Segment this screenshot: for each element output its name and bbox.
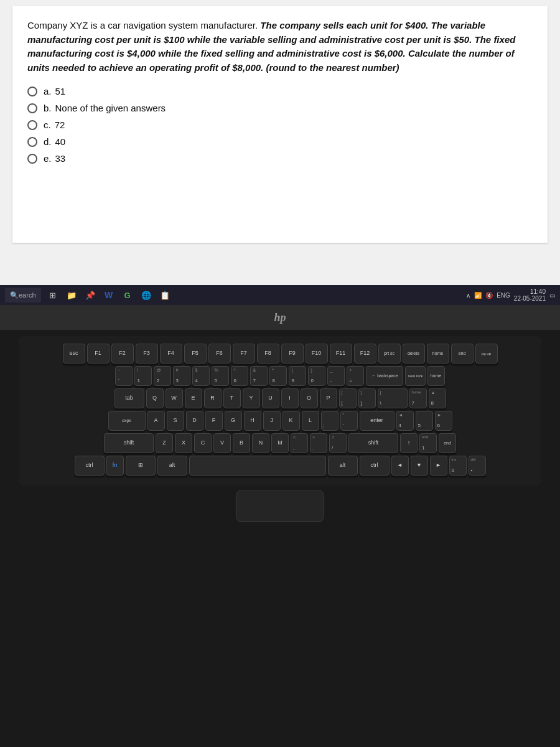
key-f7[interactable]: F7: [233, 344, 255, 364]
key-t[interactable]: T: [223, 388, 241, 408]
key-m[interactable]: M: [271, 433, 289, 453]
key-z[interactable]: Z: [156, 433, 173, 453]
key-rbracket[interactable]: }]: [358, 388, 376, 408]
key-backslash[interactable]: |\: [378, 388, 408, 408]
key-1[interactable]: !1: [134, 366, 152, 386]
key-lbracket[interactable]: {[: [339, 388, 357, 408]
key-f3[interactable]: F3: [136, 344, 158, 364]
option-b[interactable]: b. None of the given answers: [27, 103, 533, 113]
key-num6[interactable]: ►6: [435, 411, 452, 431]
key-0[interactable]: )0: [308, 366, 325, 386]
key-numdot[interactable]: del•: [469, 456, 486, 476]
key-6[interactable]: ^6: [231, 366, 248, 386]
key-f12[interactable]: F12: [354, 344, 376, 364]
option-c[interactable]: c. 72: [27, 120, 533, 130]
key-a[interactable]: A: [147, 411, 165, 431]
key-space[interactable]: [189, 456, 326, 476]
key-l[interactable]: L: [302, 411, 319, 431]
key-8[interactable]: *8: [269, 366, 287, 386]
key-f1[interactable]: F1: [87, 344, 110, 364]
key-delete[interactable]: delete: [403, 344, 425, 364]
radio-d[interactable]: [27, 137, 37, 147]
key-backtick[interactable]: ~`: [115, 366, 133, 386]
key-prtsc[interactable]: prt sc: [378, 344, 401, 364]
key-4[interactable]: $4: [192, 366, 210, 386]
key-f6[interactable]: F6: [208, 344, 231, 364]
key-ralt[interactable]: alt: [328, 456, 358, 476]
key-equal[interactable]: +=: [347, 366, 364, 386]
taskbar-icon-word[interactable]: W: [101, 287, 117, 303]
key-3[interactable]: #3: [173, 366, 190, 386]
key-lshift[interactable]: shift: [104, 433, 154, 453]
key-x[interactable]: X: [175, 433, 192, 453]
key-right-arrow[interactable]: ►: [430, 456, 447, 476]
key-enter[interactable]: enter: [360, 411, 394, 431]
key-minus[interactable]: _-: [327, 366, 345, 386]
key-f11[interactable]: F11: [330, 344, 352, 364]
key-num1[interactable]: end1: [419, 433, 437, 453]
key-j[interactable]: J: [263, 411, 281, 431]
key-s[interactable]: S: [167, 411, 184, 431]
key-q[interactable]: Q: [146, 388, 164, 408]
key-h[interactable]: H: [244, 411, 261, 431]
key-f10[interactable]: F10: [306, 344, 328, 364]
key-num8[interactable]: ▲8: [429, 388, 446, 408]
taskbar-icon-app1[interactable]: 📋: [157, 287, 173, 303]
key-num5[interactable]: 5: [416, 411, 433, 431]
key-e[interactable]: E: [185, 388, 202, 408]
key-caps[interactable]: caps: [108, 411, 146, 431]
key-quote[interactable]: "': [340, 411, 358, 431]
key-left-arrow[interactable]: ◄: [391, 456, 409, 476]
key-f8[interactable]: F8: [257, 344, 279, 364]
key-o[interactable]: O: [301, 388, 318, 408]
key-slash[interactable]: ?/: [329, 433, 347, 453]
key-pgup[interactable]: pg up: [475, 344, 498, 364]
option-e[interactable]: e. 33: [27, 153, 533, 164]
key-w[interactable]: W: [166, 388, 183, 408]
option-d[interactable]: d. 40: [27, 136, 533, 147]
key-rshift[interactable]: shift: [348, 433, 398, 453]
key-win[interactable]: ⊞: [126, 456, 156, 476]
radio-a[interactable]: [27, 87, 37, 96]
option-a[interactable]: a. 51: [27, 86, 533, 96]
key-d[interactable]: D: [186, 411, 203, 431]
taskbar-icon-edge[interactable]: 🌐: [138, 287, 154, 303]
key-num-end[interactable]: end: [439, 433, 456, 453]
key-9[interactable]: (9: [289, 366, 306, 386]
key-f4[interactable]: F4: [160, 344, 182, 364]
key-k[interactable]: K: [282, 411, 300, 431]
key-f9[interactable]: F9: [281, 344, 304, 364]
radio-e[interactable]: [27, 154, 37, 164]
key-i[interactable]: I: [281, 388, 299, 408]
key-num-home[interactable]: home: [427, 366, 445, 386]
key-period[interactable]: >.: [310, 433, 327, 453]
key-num4[interactable]: ◄4: [396, 411, 414, 431]
radio-c[interactable]: [27, 120, 37, 130]
key-lalt[interactable]: alt: [157, 456, 187, 476]
key-home-top[interactable]: home: [427, 344, 449, 364]
key-u[interactable]: U: [262, 388, 279, 408]
key-n[interactable]: N: [252, 433, 269, 453]
taskbar-icon-multitask[interactable]: ⊞: [45, 287, 61, 303]
key-fn[interactable]: fn: [106, 456, 124, 476]
key-p[interactable]: P: [320, 388, 337, 408]
key-7[interactable]: &7: [250, 366, 268, 386]
key-v[interactable]: V: [213, 433, 231, 453]
key-comma[interactable]: <,: [291, 433, 308, 453]
touchpad[interactable]: [236, 491, 324, 522]
radio-b[interactable]: [27, 103, 37, 113]
taskbar-search[interactable]: 🔍 earch: [5, 288, 41, 303]
taskbar-show-desktop[interactable]: ▭: [549, 292, 555, 299]
key-down-arrow[interactable]: ▼: [411, 456, 428, 476]
key-end-top[interactable]: end: [451, 344, 474, 364]
key-f5[interactable]: F5: [184, 344, 207, 364]
key-up-arrow[interactable]: ↑: [400, 433, 418, 453]
key-r[interactable]: R: [204, 388, 222, 408]
key-5[interactable]: %5: [212, 366, 229, 386]
key-f2[interactable]: F2: [111, 344, 134, 364]
key-c[interactable]: C: [194, 433, 212, 453]
key-backspace[interactable]: ← backspace: [366, 366, 403, 386]
key-num0[interactable]: ins0: [449, 456, 467, 476]
key-rctrl[interactable]: ctrl: [360, 456, 390, 476]
key-2[interactable]: @2: [154, 366, 171, 386]
